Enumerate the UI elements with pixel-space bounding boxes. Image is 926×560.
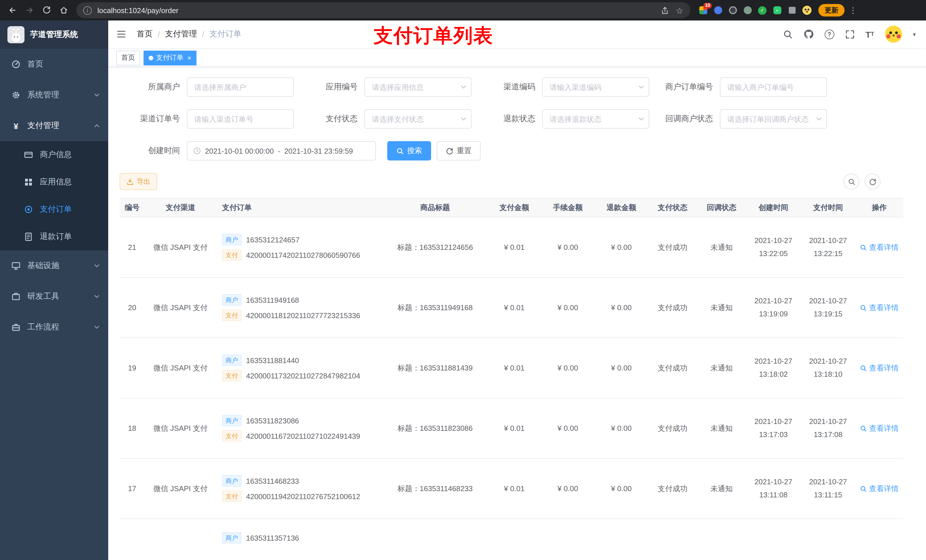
paid-time: 2021-10-27 13:11:15	[804, 476, 852, 501]
page-annotation: 支付订单列表	[374, 23, 493, 49]
refund-amount: ¥ 0.00	[611, 484, 632, 493]
refund-status-select[interactable]	[542, 109, 649, 128]
view-detail-label: 查看详情	[869, 302, 899, 313]
browser-update-button[interactable]: 更新	[819, 4, 844, 17]
app-id-select[interactable]	[365, 77, 472, 97]
browser-menu-icon[interactable]: ⋮	[848, 6, 858, 15]
merchant-order-no: 1635311823086	[246, 416, 299, 425]
merchant-filter-input[interactable]	[187, 77, 294, 97]
gear-icon	[11, 91, 21, 100]
browser-home-button[interactable]	[56, 2, 72, 18]
sidebar-item-pay-order[interactable]: 支付订单	[0, 196, 108, 223]
refresh-table-button[interactable]	[864, 174, 881, 190]
browser-chrome: i localhost:1024/pay/order ☆ 10 ✓ ▪ 更	[0, 0, 926, 21]
callback-status-select[interactable]	[720, 109, 827, 128]
sidebar-item-label: 商户信息	[40, 150, 72, 160]
browser-reload-button[interactable]	[39, 2, 54, 18]
filter-label-channel-code: 渠道编码	[475, 82, 542, 92]
sidebar-item-app-info[interactable]: 应用信息	[0, 169, 108, 196]
browser-extensions: 10 ✓ ▪	[695, 5, 815, 15]
view-detail-link[interactable]: 查看详情	[860, 363, 899, 373]
table-row: 20 微信 JSAPI 支付 商户 1635311949168 支付	[120, 278, 903, 338]
toggle-search-button[interactable]	[843, 174, 859, 190]
extension-ring-icon[interactable]	[728, 5, 737, 15]
order-id: 21	[128, 243, 136, 252]
filter-label-channel-order-no: 渠道订单号	[120, 114, 187, 124]
column-header-fee: 手续金额	[541, 198, 595, 217]
merchant-tag: 商户	[222, 355, 242, 366]
sidebar-item-refund-order[interactable]: 退款订单	[0, 223, 108, 251]
created-time: 2021-10-27 13:18:02	[749, 355, 797, 380]
search-icon[interactable]	[783, 29, 793, 39]
fee-amount: ¥ 0.00	[558, 484, 578, 493]
bookmark-star-icon[interactable]: ☆	[676, 6, 683, 15]
notify-status: 未通知	[710, 363, 733, 372]
sidebar-item-infrastructure[interactable]: 基础设施	[0, 251, 108, 281]
channel-code-select[interactable]	[542, 77, 649, 97]
search-button-label: 搜索	[407, 146, 422, 156]
github-icon[interactable]	[803, 29, 814, 39]
view-detail-link[interactable]: 查看详情	[860, 242, 899, 252]
extension-chat-icon[interactable]: ▪	[772, 5, 782, 15]
export-button[interactable]: 导出	[120, 173, 157, 190]
sidebar: 芋道管理系统 首页 系统管理	[0, 21, 108, 560]
merchant-order-no-input[interactable]	[720, 77, 827, 97]
view-detail-link[interactable]: 查看详情	[860, 423, 899, 433]
sidebar-collapse-icon[interactable]	[116, 29, 126, 39]
url-text: localhost:1024/pay/order	[97, 6, 655, 15]
browser-forward-button[interactable]	[22, 2, 38, 18]
help-icon[interactable]: ?	[825, 29, 834, 39]
extension-pin-icon[interactable]	[787, 5, 797, 15]
pay-amount: ¥ 0.01	[504, 424, 525, 433]
chevron-down-icon	[94, 92, 100, 98]
font-size-icon[interactable]: TT	[865, 30, 874, 38]
fee-amount: ¥ 0.00	[558, 364, 578, 372]
extension-ball-icon[interactable]	[743, 5, 752, 15]
chevron-down-icon	[94, 324, 100, 331]
pay-status-select[interactable]	[365, 109, 472, 128]
sidebar-item-label: 应用信息	[40, 177, 72, 187]
filter-label-pay-status: 支付状态	[297, 114, 365, 124]
sidebar-item-payment[interactable]: ¥ 支付管理	[0, 110, 108, 141]
select-caret-icon	[638, 84, 645, 91]
sidebar-item-label: 研发工具	[27, 291, 59, 302]
sidebar-item-home[interactable]: 首页	[0, 49, 108, 80]
tab-pay-order[interactable]: 支付订单 ×	[144, 50, 197, 65]
extension-check-icon[interactable]: ✓	[757, 5, 767, 15]
top-navbar: 首页 / 支付管理 / 支付订单 ?	[108, 21, 926, 48]
breadcrumb-pay-management[interactable]: 支付管理	[165, 29, 197, 39]
breadcrumb-home[interactable]: 首页	[137, 29, 153, 39]
reset-button[interactable]: 重置	[437, 141, 481, 160]
pay-status: 支付成功	[658, 243, 687, 251]
sidebar-item-devtools[interactable]: 研发工具	[0, 281, 108, 312]
view-detail-link[interactable]: 查看详情	[860, 302, 899, 313]
view-detail-link[interactable]: 查看详情	[860, 483, 899, 494]
user-avatar[interactable]	[885, 26, 902, 43]
site-info-icon[interactable]: i	[83, 6, 92, 15]
date-start-value: 2021-10-01 00:00:00	[205, 146, 274, 155]
address-bar[interactable]: i localhost:1024/pay/order ☆	[76, 2, 690, 18]
product-title: 标题：1635312124656	[397, 243, 473, 251]
toolbox-icon	[11, 292, 21, 301]
tab-home[interactable]: 首页	[116, 50, 140, 65]
paid-time: 2021-10-27 13:22:15	[804, 235, 852, 260]
user-menu-caret-icon[interactable]: ▾	[913, 31, 916, 37]
create-time-range-picker[interactable]: 2021-10-01 00:00:00 - 2021-10-31 23:59:5…	[187, 141, 376, 160]
extension-grid-icon[interactable]: 10	[698, 5, 708, 15]
refund-amount: ¥ 0.00	[611, 303, 632, 312]
sidebar-menu: 首页 系统管理 ¥ 支付管理	[0, 49, 108, 343]
filter-label-create-time: 创建时间	[120, 146, 187, 156]
created-time: 2021-10-27 13:19:09	[749, 295, 797, 320]
fullscreen-icon[interactable]	[845, 29, 855, 39]
channel-order-no-input[interactable]	[187, 109, 294, 128]
profile-avatar-icon[interactable]	[802, 5, 811, 15]
share-icon[interactable]	[660, 6, 669, 15]
sidebar-item-merchant-info[interactable]: 商户信息	[0, 141, 108, 169]
search-button[interactable]: 搜索	[387, 141, 431, 160]
tab-close-icon[interactable]: ×	[188, 54, 191, 61]
extension-drop-icon[interactable]	[713, 5, 723, 15]
sidebar-item-workflow[interactable]: 工作流程	[0, 312, 108, 343]
sidebar-item-system[interactable]: 系统管理	[0, 80, 108, 110]
briefcase-icon	[11, 323, 21, 332]
browser-back-button[interactable]	[5, 2, 21, 18]
